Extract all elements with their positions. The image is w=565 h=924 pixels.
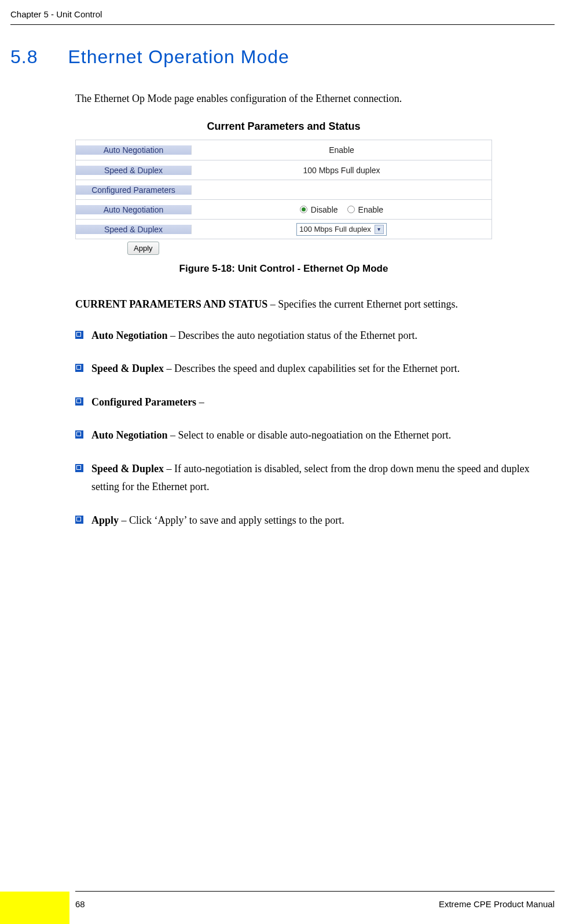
- row-auto-negotiation-value: Enable: [192, 145, 491, 155]
- current-params-strong: CURRENT PARAMETERS AND STATUS: [75, 298, 267, 310]
- bullet-strong: Auto Negotiation: [91, 429, 168, 441]
- list-item: Auto Negotiation – Select to enable or d…: [75, 426, 544, 445]
- speed-duplex-select[interactable]: 100 Mbps Full duplex ▾: [296, 223, 387, 236]
- apply-button[interactable]: Apply: [127, 242, 159, 255]
- speed-duplex-select-value: 100 Mbps Full duplex: [299, 225, 371, 233]
- figure-panel-title: Current Parameters and Status: [75, 120, 492, 133]
- section-heading: 5.8 Ethernet Operation Mode: [10, 46, 531, 68]
- bullet-rest: –: [196, 396, 204, 408]
- list-item: Configured Parameters –: [75, 393, 544, 412]
- radio-enable-label: Enable: [358, 205, 384, 214]
- radio-disable[interactable]: [300, 206, 307, 213]
- current-params-paragraph: CURRENT PARAMETERS AND STATUS – Specifie…: [75, 295, 544, 314]
- intro-paragraph: The Ethernet Op Mode page enables config…: [75, 90, 538, 107]
- section-number: 5.8: [10, 46, 38, 67]
- bullet-strong: Configured Parameters: [91, 396, 196, 408]
- body-content: CURRENT PARAMETERS AND STATUS – Specifie…: [75, 295, 544, 545]
- page-number: 68: [75, 899, 85, 909]
- manual-title: Extreme CPE Product Manual: [439, 899, 555, 909]
- bullet-rest: – Select to enable or disable auto-negoa…: [168, 429, 452, 441]
- list-item: Auto Negotiation – Describes the auto ne…: [75, 327, 544, 345]
- figure-caption: Figure 5-18: Unit Control - Ethernet Op …: [75, 263, 492, 275]
- radio-enable[interactable]: [347, 206, 355, 213]
- row-speed-duplex2-control: 100 Mbps Full duplex ▾: [192, 223, 491, 236]
- yellow-tab: [0, 892, 69, 924]
- bullet-rest: – Click ‘Apply’ to save and apply settin…: [119, 514, 344, 526]
- list-item: Speed & Duplex – Describes the speed and…: [75, 360, 544, 378]
- list-item: Apply – Click ‘Apply’ to save and apply …: [75, 512, 544, 530]
- params-table: Auto Negotiation Enable Speed & Duplex 1…: [75, 140, 492, 239]
- chapter-header: Chapter 5 - Unit Control: [10, 9, 102, 19]
- bullet-strong: Speed & Duplex: [91, 463, 164, 474]
- row-auto-negotiation2-controls: Disable Enable: [192, 205, 491, 214]
- radio-disable-label: Disable: [311, 205, 338, 214]
- bullet-strong: Speed & Duplex: [91, 363, 164, 374]
- chevron-down-icon: ▾: [375, 225, 384, 234]
- bullet-rest: – Describes the speed and duplex capabil…: [164, 363, 460, 374]
- row-speed-duplex-label: Speed & Duplex: [76, 166, 192, 175]
- section-title: Ethernet Operation Mode: [68, 46, 289, 67]
- row-auto-negotiation2-label: Auto Negotiation: [76, 205, 192, 214]
- apply-row: Apply: [75, 242, 492, 255]
- list-item: Speed & Duplex – If auto-negotiation is …: [75, 460, 544, 496]
- row-speed-duplex-value: 100 Mbps Full duplex: [192, 166, 491, 175]
- header-rule: [10, 24, 555, 25]
- bullet-strong: Apply: [91, 514, 119, 526]
- row-speed-duplex2-label: Speed & Duplex: [76, 225, 192, 234]
- figure-block: Current Parameters and Status Auto Negot…: [75, 120, 492, 275]
- bullet-list: Auto Negotiation – Describes the auto ne…: [75, 327, 544, 530]
- row-auto-negotiation-label: Auto Negotiation: [76, 145, 192, 155]
- footer-rule: [75, 891, 555, 892]
- bullet-rest: – Describes the auto negotiation status …: [168, 330, 417, 341]
- bullet-strong: Auto Negotiation: [91, 330, 168, 341]
- current-params-rest: – Specifies the current Ethernet port se…: [267, 298, 458, 310]
- row-configured-params-label: Configured Parameters: [76, 185, 192, 195]
